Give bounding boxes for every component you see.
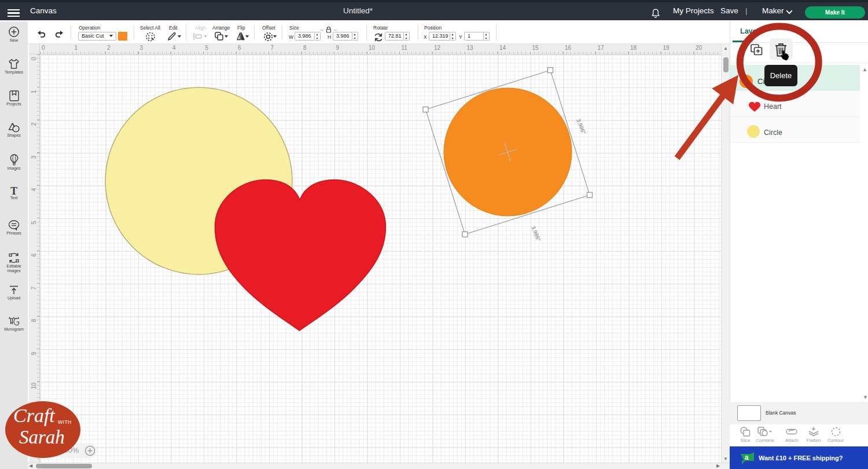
svg-text:3.986": 3.986"	[575, 118, 587, 135]
svg-text:a: a	[745, 453, 749, 461]
svg-text:3.986": 3.986"	[530, 225, 542, 242]
